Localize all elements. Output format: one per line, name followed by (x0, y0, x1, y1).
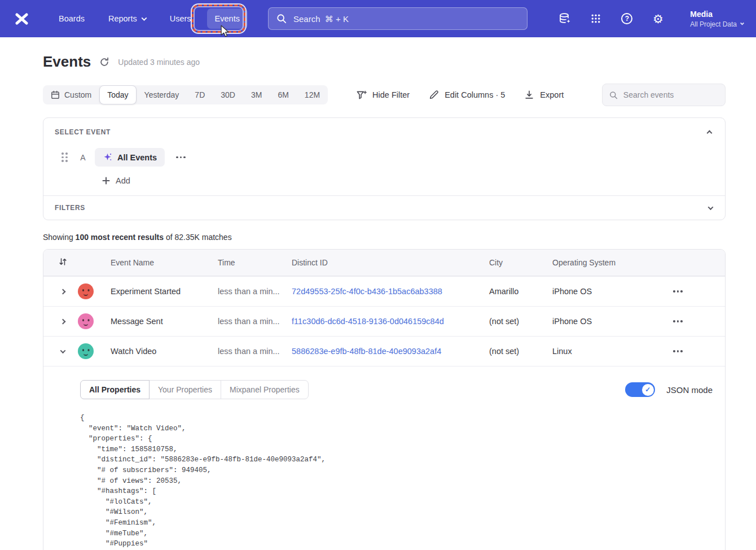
search-events-box[interactable] (602, 84, 726, 106)
city-cell: Amarillo (489, 287, 552, 296)
calendar-icon (51, 90, 60, 99)
events-table: Event Name Time Distinct ID City Operati… (43, 249, 726, 550)
filters-section-toggle[interactable]: FILTERS (43, 195, 725, 220)
expand-row-button[interactable] (59, 290, 66, 294)
navbar-right: ? ⚙ Media All Project Data (558, 10, 744, 28)
date-range-12m[interactable]: 12M (297, 85, 328, 104)
event-name-cell: Watch Video (111, 347, 218, 356)
event-query-row: A All Events (61, 148, 714, 167)
collapse-row-button[interactable] (59, 350, 66, 353)
main-content: Events Updated 3 minutes ago Custom Toda… (43, 53, 726, 550)
chevron-down-icon (141, 15, 147, 21)
pencil-icon (429, 90, 439, 100)
refresh-icon (99, 57, 109, 67)
os-cell: Linux (552, 347, 665, 356)
column-header-os[interactable]: Operating System (552, 258, 665, 267)
search-events-input[interactable] (623, 90, 718, 99)
city-cell: (not set) (489, 347, 552, 356)
time-cell: less than a min... (218, 317, 292, 326)
global-search-input[interactable] (293, 14, 519, 24)
apps-grid-icon[interactable] (589, 12, 603, 25)
project-switcher[interactable]: Media All Project Data (690, 10, 744, 28)
data-management-icon[interactable] (558, 12, 572, 25)
sort-icon (58, 257, 68, 267)
sort-button[interactable] (43, 257, 111, 268)
mixpanel-logo[interactable] (14, 12, 29, 25)
table-row[interactable]: Message Sent less than a min... f11c30d6… (43, 306, 725, 336)
table-row[interactable]: Experiment Started less than a min... 72… (43, 276, 725, 306)
settings-gear-icon[interactable]: ⚙ (651, 12, 665, 25)
hide-filter-button[interactable]: Hide Filter (356, 90, 410, 101)
event-name-cell: Experiment Started (111, 287, 218, 296)
date-range-7d[interactable]: 7D (187, 85, 213, 104)
refresh-button[interactable] (99, 57, 109, 67)
results-summary: Showing 100 most recent results of 82.35… (43, 233, 726, 242)
distinct-id-link[interactable]: 5886283e-e9fb-48fb-81de-40e9093a2af4 (292, 347, 489, 356)
chevron-down-icon (60, 348, 65, 353)
city-cell: (not set) (489, 317, 552, 326)
date-range-30d[interactable]: 30D (213, 85, 243, 104)
toggle-knob-check-icon: ✓ (642, 384, 654, 396)
avatar (78, 283, 94, 299)
download-icon (524, 90, 534, 100)
distinct-id-link[interactable]: f11c30d6-dc6d-4518-9136-0d046159c84d (292, 317, 489, 326)
date-range-selector: Custom Today Yesterday 7D 30D 3M 6M 12M (43, 85, 328, 104)
column-header-time[interactable]: Time (218, 258, 292, 267)
avatar (78, 313, 94, 329)
nav-item-events[interactable]: Events (207, 8, 248, 29)
mixpanel-logo-icon (15, 13, 29, 25)
search-icon (609, 90, 618, 100)
export-button[interactable]: Export (524, 90, 564, 100)
chevron-right-icon (60, 318, 65, 324)
nav-item-boards[interactable]: Boards (51, 8, 93, 29)
tab-your-properties[interactable]: Your Properties (149, 380, 221, 399)
os-cell: iPhone OS (552, 287, 665, 296)
project-name: Media (690, 10, 744, 19)
row-more-button[interactable] (665, 287, 686, 296)
nav-item-reports[interactable]: Reports (100, 8, 154, 29)
filters-label: FILTERS (55, 204, 85, 212)
plus-icon (102, 177, 110, 185)
date-range-3m[interactable]: 3M (243, 85, 270, 104)
last-updated-text: Updated 3 minutes ago (118, 58, 200, 67)
json-mode-toggle[interactable]: ✓ (625, 382, 655, 397)
global-search[interactable] (268, 7, 528, 30)
nav-item-users[interactable]: Users (162, 8, 199, 29)
expand-row-button[interactable] (59, 320, 66, 324)
column-header-event-name[interactable]: Event Name (111, 258, 218, 267)
chevron-down-icon (708, 204, 714, 210)
primary-nav: Boards Reports Users Events (51, 8, 248, 29)
collapse-section-button[interactable] (705, 126, 714, 138)
date-range-yesterday[interactable]: Yesterday (137, 85, 187, 104)
query-builder-card: SELECT EVENT A All Events (43, 117, 726, 220)
row-more-button[interactable] (665, 317, 686, 326)
search-icon (276, 14, 287, 24)
json-mode-label: JSON mode (666, 385, 713, 395)
help-icon[interactable]: ? (620, 12, 634, 25)
row-more-button[interactable] (665, 347, 686, 356)
column-header-city[interactable]: City (489, 258, 552, 267)
table-header-row: Event Name Time Distinct ID City Operati… (43, 250, 725, 276)
event-selector-pill[interactable]: All Events (95, 148, 165, 167)
query-row-letter: A (79, 153, 87, 162)
chevron-up-icon (707, 130, 713, 136)
drag-handle[interactable] (61, 152, 68, 162)
date-range-today[interactable]: Today (99, 85, 136, 104)
event-row-more-button[interactable] (173, 153, 189, 162)
event-name-cell: Message Sent (111, 317, 218, 326)
tab-mixpanel-properties[interactable]: Mixpanel Properties (221, 380, 309, 399)
tab-all-properties[interactable]: All Properties (80, 380, 150, 399)
date-range-6m[interactable]: 6M (270, 85, 296, 104)
column-header-distinct-id[interactable]: Distinct ID (292, 258, 489, 267)
add-event-button[interactable]: Add (102, 176, 130, 185)
page-title: Events (43, 53, 91, 71)
distinct-id-link[interactable]: 72d49553-25fc-4f0c-b436-1b5ac6ab3388 (292, 287, 489, 296)
chevron-right-icon (60, 289, 65, 294)
chevron-down-icon (740, 21, 744, 25)
row-detail-panel: All Properties Your Properties Mixpanel … (43, 366, 725, 550)
date-range-custom[interactable]: Custom (43, 85, 99, 104)
table-row-expanded[interactable]: Watch Video less than a min... 5886283e-… (43, 336, 725, 366)
properties-tabs: All Properties Your Properties Mixpanel … (80, 380, 309, 399)
edit-columns-button[interactable]: Edit Columns · 5 (429, 90, 505, 100)
time-cell: less than a min... (218, 347, 292, 356)
